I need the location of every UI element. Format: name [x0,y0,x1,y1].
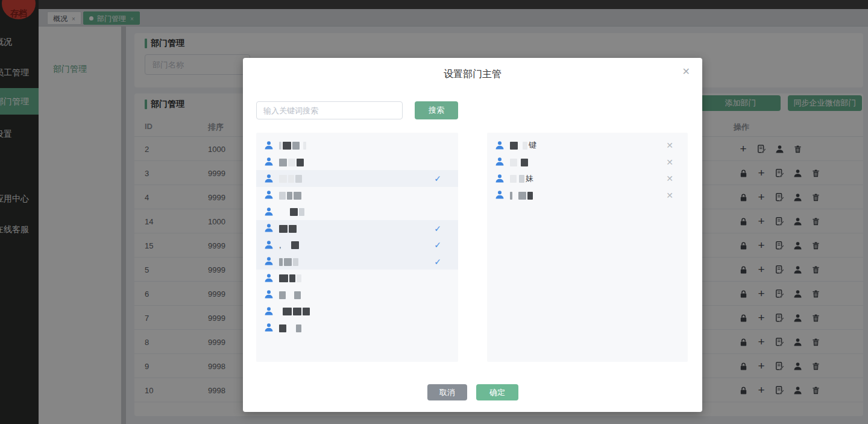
redacted-name-block [510,192,512,200]
person-icon [495,174,505,183]
redacted-name-block [521,159,528,166]
selected-manager-list: 键✕✕妹✕✕ [487,133,688,362]
redacted-name-block [283,308,292,315]
redacted-name-block [289,274,295,282]
person-icon [264,256,274,266]
member-row[interactable] [256,303,458,320]
redacted-name-block [293,308,301,315]
member-name [279,223,298,233]
redacted-name-block [283,142,291,150]
name-gap [283,247,291,248]
keyword-search-input[interactable] [256,101,403,119]
member-row[interactable]: ,✓ [256,236,458,253]
redacted-name-block [519,175,524,183]
member-name [279,189,303,200]
check-icon: ✓ [434,257,441,267]
person-icon [264,207,274,217]
redacted-name-block [279,192,286,200]
selected-member-row[interactable]: ✕ [487,187,688,204]
member-row[interactable] [256,137,458,154]
person-icon [495,190,505,200]
name-gap [279,214,290,215]
search-button[interactable]: 搜索 [415,101,458,119]
confirm-button[interactable]: 确定 [476,384,518,400]
redacted-name-block [287,192,292,200]
person-icon [264,323,274,332]
redacted-name-block [510,142,518,150]
member-row[interactable]: ✓ [256,170,458,187]
member-row[interactable] [256,270,458,286]
member-row[interactable] [256,320,458,337]
member-name [279,322,303,333]
redacted-name-block [291,241,299,249]
redacted-name-block [289,225,297,233]
person-icon [264,306,274,316]
redacted-name-block [294,192,301,200]
selected-member-row[interactable]: ✕ [487,154,688,171]
remove-icon[interactable]: ✕ [666,174,673,183]
member-name [279,306,311,317]
member-name: 键 [510,139,538,151]
redacted-name-block [279,258,283,266]
person-icon [264,190,274,200]
member-row[interactable] [256,154,458,171]
redacted-name-block [288,159,295,166]
member-row[interactable] [256,187,458,204]
person-icon [264,240,274,250]
redacted-name-block [295,175,302,183]
redacted-name-block [299,208,304,216]
redacted-name-block [518,192,526,200]
redacted-name-block [510,159,517,166]
person-icon [264,273,274,283]
person-icon [495,157,505,166]
person-icon [495,141,505,150]
name-gap [288,330,296,331]
member-name [279,173,303,184]
person-icon [264,290,274,299]
redacted-name-block [523,142,527,150]
member-row[interactable] [256,286,458,303]
redacted-name-block [303,308,310,315]
dialog-title: 设置部门主管 [243,68,702,81]
member-name [279,289,302,300]
person-icon [264,141,274,150]
redacted-name-block [527,192,533,200]
member-row[interactable] [256,203,458,220]
remove-icon[interactable]: ✕ [666,141,673,150]
redacted-name-block [303,142,306,150]
member-candidate-list: ✓✓,✓✓ [256,133,458,362]
member-row[interactable]: ✓ [256,220,458,237]
remove-icon[interactable]: ✕ [666,157,673,167]
redacted-name-block [296,324,301,332]
member-name: , [279,239,300,250]
person-icon [264,174,274,183]
member-name [279,256,300,267]
name-gap [514,197,518,198]
selected-member-row[interactable]: 键✕ [487,137,688,154]
member-name [279,140,307,151]
check-icon: ✓ [434,240,441,250]
close-icon[interactable]: ✕ [682,66,690,77]
remove-icon[interactable]: ✕ [666,191,673,200]
redacted-name-block [510,175,517,183]
name-fragment: 妹 [526,174,533,183]
redacted-name-block [288,175,294,183]
redacted-name-block [294,291,301,299]
redacted-name-block [279,175,287,183]
name-fragment: , [279,241,281,250]
selected-member-row[interactable]: 妹✕ [487,170,688,187]
member-row[interactable]: ✓ [256,253,458,270]
redacted-name-block [284,258,292,266]
redacted-name-block [279,291,286,299]
member-name [510,189,534,200]
name-fragment: 键 [529,141,536,150]
redacted-name-block [279,274,288,282]
person-icon [264,223,274,233]
redacted-name-block [290,208,298,216]
cancel-button[interactable]: 取消 [427,384,467,400]
member-name [279,273,303,283]
member-name: 妹 [510,172,535,184]
check-icon: ✓ [434,224,441,233]
member-name [510,156,529,167]
redacted-name-block [297,159,304,166]
